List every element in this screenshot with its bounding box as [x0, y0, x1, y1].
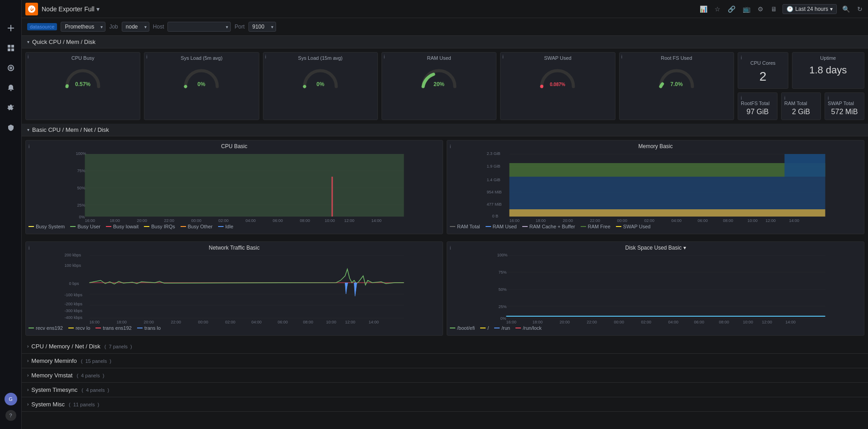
svg-text:10:00: 10:00	[326, 320, 337, 323]
basic-section-header[interactable]: ▾ Basic CPU / Mem / Net / Disk	[22, 124, 868, 136]
svg-text:08:00: 08:00	[719, 320, 730, 323]
sidebar-item-config[interactable]	[2, 99, 20, 117]
main-content: datasource Prometheus Job node Host Port…	[22, 0, 868, 412]
job-select[interactable]: node	[122, 22, 149, 32]
refresh-icon[interactable]: ↻	[855, 4, 864, 14]
port-select[interactable]: 9100	[248, 22, 276, 32]
svg-text:16:00: 16:00	[85, 218, 95, 222]
svg-text:75%: 75%	[77, 169, 86, 173]
stat-rootfs-total: i RootFS Total 97 GiB	[738, 92, 777, 120]
user-avatar[interactable]: G	[5, 393, 17, 405]
quick-chevron-icon: ▾	[27, 39, 29, 44]
gauge-rootfs: i Root FS Used 7.0%	[619, 52, 734, 120]
chevron-icon: ›	[27, 402, 29, 407]
stat-uptime-value: 1.8 days	[795, 63, 861, 78]
cpu-chart-svg: 100% 75% 50% 25% 0% 16:00	[29, 149, 440, 222]
dashboard-title[interactable]: Node Exporter Full ▾	[42, 5, 100, 13]
svg-text:100%: 100%	[76, 151, 86, 156]
section-memory-meminfo[interactable]: › Memory Meminfo (15 panels)	[22, 354, 868, 368]
monitor-icon[interactable]: 🖥	[769, 4, 779, 14]
stat-swap-total: i SWAP Total 572 MiB	[825, 92, 864, 120]
section-count: 4 panels	[81, 373, 100, 378]
svg-text:0.087%: 0.087%	[550, 82, 566, 87]
sidebar-item-explore[interactable]	[2, 59, 20, 77]
svg-text:0%: 0%	[79, 215, 85, 219]
search-icon[interactable]: 🔍	[840, 4, 852, 14]
tv-icon[interactable]: 📺	[741, 4, 752, 14]
time-range-picker[interactable]: 🕐 Last 24 hours ▾	[782, 4, 837, 14]
svg-text:0 B: 0 B	[492, 214, 499, 218]
basic-section-title: Basic CPU / Mem / Net / Disk	[32, 126, 109, 133]
svg-text:16:00: 16:00	[90, 320, 100, 323]
memory-chart-title: Memory Basic	[638, 143, 672, 149]
svg-text:04:00: 04:00	[252, 320, 262, 323]
network-chart-svg: 200 kbps 100 kbps 0 bps -100 kbps -200 k…	[29, 251, 440, 323]
section-memory-vmstat[interactable]: › Memory Vmstat (4 panels)	[22, 368, 868, 383]
sidebar-item-apps[interactable]	[2, 39, 20, 57]
cpu-chart-area: 100% 75% 50% 25% 0% 16:00	[29, 149, 440, 222]
sidebar-item-shield[interactable]	[2, 119, 20, 137]
memory-chart-svg: 2.3 GiB 1.9 GiB 1.4 GiB 954 MiB 477 MiB …	[450, 149, 861, 222]
legend-swap-used: SWAP Used	[616, 224, 651, 229]
svg-text:0%: 0%	[501, 316, 506, 321]
stat-ram-total: i RAM Total 2 GiB	[781, 92, 821, 120]
svg-rect-3	[11, 48, 14, 51]
panel-info-icon: i	[265, 54, 266, 59]
svg-text:06:00: 06:00	[694, 320, 705, 323]
gauge-swap-used: i SWAP Used 0.087%	[500, 52, 615, 120]
svg-rect-48	[510, 209, 825, 217]
star-icon[interactable]: ☆	[713, 4, 722, 14]
chevron-icon: ›	[27, 373, 29, 378]
datasource-select[interactable]: Prometheus	[61, 22, 105, 32]
legend-ram-total: RAM Total	[450, 224, 480, 229]
svg-text:1.4 GiB: 1.4 GiB	[487, 178, 501, 182]
svg-text:7.0%: 7.0%	[670, 81, 683, 87]
svg-text:100 kbps: 100 kbps	[65, 263, 81, 268]
legend-recv-ens: recv ens192	[29, 325, 63, 331]
svg-text:20%: 20%	[434, 81, 444, 87]
sidebar-item-help[interactable]: ?	[5, 410, 16, 412]
svg-text:02:00: 02:00	[225, 320, 236, 323]
svg-text:06:00: 06:00	[278, 320, 288, 323]
section-system-timesync[interactable]: › System Timesync (4 panels)	[22, 383, 868, 397]
stat-ram-title: RAM Total	[784, 101, 818, 106]
legend-ram-free: RAM Free	[581, 224, 610, 229]
charts-row-2: i Network Traffic Basic 200 kbps 100 kbp…	[22, 238, 868, 339]
svg-rect-49	[510, 177, 825, 209]
sidebar-item-alerts[interactable]	[2, 79, 20, 97]
svg-text:04:00: 04:00	[668, 320, 679, 323]
svg-text:20:00: 20:00	[144, 320, 154, 323]
section-count: 7 panels	[109, 344, 128, 349]
quick-section-header[interactable]: ▾ Quick CPU / Mem / Disk	[22, 36, 868, 48]
svg-text:14:00: 14:00	[786, 320, 796, 323]
svg-text:06:00: 06:00	[698, 218, 708, 222]
port-label: Port	[234, 24, 244, 30]
section-system-misc[interactable]: › System Misc (11 panels)	[22, 397, 868, 412]
host-select[interactable]	[167, 22, 231, 32]
datasource-select-wrap: Prometheus	[61, 22, 105, 32]
svg-rect-2	[8, 48, 10, 51]
sidebar-item-add[interactable]	[2, 19, 20, 37]
svg-text:00:00: 00:00	[614, 320, 625, 323]
share-icon[interactable]: 🔗	[726, 4, 737, 14]
settings-icon[interactable]: ⚙	[756, 4, 765, 14]
legend-run: /run	[494, 325, 510, 331]
legend-boot-efi: /boot/efi	[450, 325, 475, 331]
legend-trans-lo: trans lo	[137, 325, 161, 331]
section-cpu-memory-net-disk[interactable]: › CPU / Memory / Net / Disk (7 panels)	[22, 339, 868, 354]
disk-chart-area: 100% 75% 50% 25% 0% 16:00 18:00	[450, 251, 861, 323]
svg-text:0 bps: 0 bps	[69, 281, 80, 286]
svg-text:-100 kbps: -100 kbps	[65, 293, 83, 297]
legend-ram-cache: RAM Cache + Buffer	[522, 224, 575, 229]
gauge-rootfs-title: Root FS Used	[622, 55, 731, 61]
section-count: 4 panels	[86, 387, 105, 393]
disk-chart-title[interactable]: Disk Space Used Basic ▾	[625, 245, 686, 251]
chart-icon[interactable]: 📊	[698, 4, 709, 14]
gauge-sysload15-title: Sys Load (15m avg)	[266, 55, 375, 61]
disk-chart-svg: 100% 75% 50% 25% 0% 16:00 18:00	[450, 251, 861, 323]
network-chart-legend: recv ens192 recv lo trans ens192 trans l…	[29, 323, 440, 333]
cpu-basic-chart: i CPU Basic 100% 75% 50% 25% 0%	[25, 140, 443, 234]
svg-text:50%: 50%	[499, 287, 507, 292]
svg-point-5	[10, 67, 12, 69]
svg-text:10:00: 10:00	[743, 320, 754, 323]
